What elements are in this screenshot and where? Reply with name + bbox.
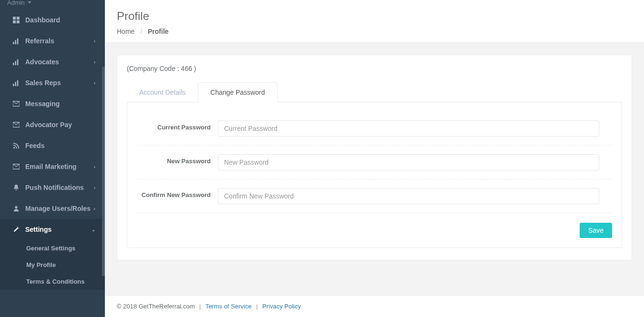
confirm-password-label: Confirm New Password: [137, 188, 218, 198]
sidebar-item-label: Sales Reps: [25, 79, 94, 87]
bar-chart-icon: [12, 59, 20, 65]
envelope-icon: [12, 163, 20, 170]
svg-rect-1: [17, 17, 20, 20]
form-row-current-password: Current Password: [137, 112, 612, 146]
footer: © 2018 GetTheReferral.com | Terms of Ser…: [105, 295, 644, 317]
footer-privacy-link[interactable]: Privacy Policy: [262, 303, 301, 310]
sidebar-item-sales-reps[interactable]: Sales Reps ›: [0, 72, 105, 93]
profile-panel: (Company Code : 466 ) Account Details Ch…: [117, 55, 632, 260]
form-row-new-password: New Password: [137, 146, 612, 179]
wrench-icon: [12, 226, 20, 233]
page-title: Profile: [117, 10, 632, 23]
chevron-down-icon: ⌄: [92, 227, 95, 232]
footer-separator: |: [256, 303, 257, 310]
bar-chart-icon: [12, 79, 20, 86]
svg-rect-2: [13, 20, 16, 23]
sidebar-item-referrals[interactable]: Referrals ›: [0, 30, 105, 51]
sidebar-item-feeds[interactable]: Feeds: [0, 135, 105, 156]
content-area: (Company Code : 466 ) Account Details Ch…: [105, 43, 644, 295]
admin-dropdown[interactable]: Admin: [0, 0, 105, 10]
footer-terms-link[interactable]: Terms of Service: [205, 303, 252, 310]
tab-panel-change-password: Current Password New Password Confirm Ne…: [127, 102, 622, 248]
breadcrumb-home[interactable]: Home: [117, 28, 134, 35]
svg-rect-7: [13, 63, 14, 65]
sidebar-scrollbar[interactable]: [102, 67, 105, 276]
sidebar-item-manage-users[interactable]: Manage Users/Roles ›: [0, 198, 105, 219]
sidebar-item-advocates[interactable]: Advocates ›: [0, 51, 105, 72]
sidebar-item-label: Advocator Pay: [25, 121, 95, 129]
bar-chart-icon: [12, 38, 20, 44]
sidebar-item-advocator-pay[interactable]: Advocator Pay: [0, 114, 105, 135]
chevron-right-icon: ›: [94, 39, 95, 44]
sidebar-item-label: Feeds: [25, 142, 95, 149]
admin-label: Admin: [7, 0, 25, 6]
sidebar-item-label: Manage Users/Roles: [25, 205, 94, 212]
tab-change-password[interactable]: Change Password: [198, 82, 277, 102]
sidebar-item-push-notifications[interactable]: Push Notifications ›: [0, 177, 105, 198]
sidebar: Admin Dashboard Referrals › Advocates › …: [0, 0, 105, 317]
sidebar-item-label: Settings: [25, 226, 92, 233]
new-password-input[interactable]: [218, 154, 599, 170]
sidebar-item-settings[interactable]: Settings ⌄: [0, 219, 105, 240]
caret-down-icon: [28, 1, 31, 3]
envelope-icon: [12, 100, 20, 107]
nav-menu: Dashboard Referrals › Advocates › Sales …: [0, 10, 105, 290]
sidebar-item-label: Email Marketing: [25, 163, 94, 170]
svg-rect-3: [17, 20, 20, 23]
save-button[interactable]: Save: [580, 223, 612, 238]
sidebar-item-label: Messaging: [25, 100, 95, 108]
sidebar-item-label: Referrals: [25, 37, 94, 45]
svg-rect-4: [13, 42, 14, 44]
confirm-password-input[interactable]: [218, 188, 599, 204]
main-content: Profile Home / Profile (Company Code : 4…: [105, 0, 644, 317]
envelope-icon: [12, 121, 20, 128]
form-row-confirm-password: Confirm New Password: [137, 179, 612, 213]
page-header: Profile Home / Profile: [105, 0, 644, 43]
breadcrumb: Home / Profile: [117, 28, 632, 35]
chevron-right-icon: ›: [94, 59, 95, 65]
svg-rect-5: [15, 40, 16, 44]
sidebar-item-label: Advocates: [25, 58, 94, 66]
submenu-my-profile[interactable]: My Profile: [0, 257, 105, 273]
tab-account-details[interactable]: Account Details: [127, 82, 198, 102]
submenu-general-settings[interactable]: General Settings: [0, 240, 105, 257]
breadcrumb-separator: /: [140, 28, 142, 35]
svg-rect-8: [15, 61, 16, 65]
submenu-terms-conditions[interactable]: Terms & Conditions: [0, 273, 105, 290]
sidebar-item-dashboard[interactable]: Dashboard: [0, 10, 105, 30]
svg-point-13: [13, 147, 15, 149]
chevron-right-icon: ›: [94, 164, 95, 169]
tab-list: Account Details Change Password: [127, 82, 622, 102]
sidebar-item-email-marketing[interactable]: Email Marketing ›: [0, 156, 105, 177]
dashboard-icon: [12, 17, 20, 23]
svg-point-14: [15, 206, 17, 208]
svg-rect-9: [17, 59, 19, 65]
svg-rect-6: [17, 39, 19, 44]
new-password-label: New Password: [137, 154, 218, 165]
svg-rect-0: [13, 17, 16, 20]
breadcrumb-current: Profile: [148, 28, 169, 35]
rss-icon: [12, 142, 20, 149]
svg-rect-10: [13, 84, 14, 86]
user-icon: [12, 205, 20, 212]
sidebar-item-messaging[interactable]: Messaging: [0, 93, 105, 114]
sidebar-item-label: Push Notifications: [25, 184, 94, 191]
company-code: (Company Code : 466 ): [127, 65, 622, 72]
bell-icon: [12, 184, 20, 191]
sidebar-item-label: Dashboard: [25, 16, 95, 24]
current-password-input[interactable]: [218, 120, 599, 137]
svg-rect-11: [15, 82, 16, 86]
chevron-right-icon: ›: [94, 80, 95, 86]
chevron-right-icon: ›: [94, 185, 95, 190]
settings-submenu: General Settings My Profile Terms & Cond…: [0, 240, 105, 290]
current-password-label: Current Password: [137, 120, 218, 131]
footer-separator: |: [199, 303, 201, 310]
form-actions: Save: [137, 213, 612, 238]
chevron-right-icon: ›: [94, 206, 95, 211]
footer-copyright: © 2018 GetTheReferral.com: [117, 303, 194, 310]
svg-rect-12: [17, 80, 19, 86]
